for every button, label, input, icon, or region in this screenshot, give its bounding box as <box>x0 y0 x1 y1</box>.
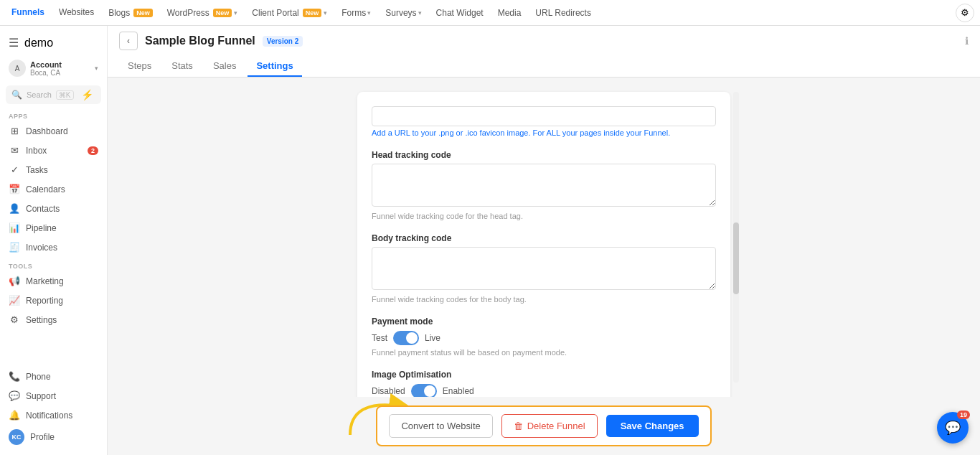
search-shortcut: ⌘K <box>56 90 74 100</box>
sidebar-item-phone[interactable]: 📞 Phone <box>0 367 107 386</box>
settings-content: Add a URL to your .png or .ico favicon i… <box>108 78 980 397</box>
contacts-label: Contacts <box>26 204 60 214</box>
favicon-group: Add a URL to your .png or .ico favicon i… <box>372 106 716 137</box>
head-tracking-label: Head tracking code <box>372 150 716 160</box>
sidebar-item-invoices[interactable]: 🧾 Invoices <box>0 238 107 257</box>
sidebar-item-calendars[interactable]: 📅 Calendars <box>0 179 107 199</box>
save-changes-button[interactable]: Save Changes <box>606 415 699 437</box>
nav-item-surveys[interactable]: Surveys ▾ <box>380 5 427 21</box>
body-tracking-textarea[interactable] <box>372 247 716 290</box>
tasks-label: Tasks <box>26 165 48 175</box>
payment-mode-group: Payment mode Test Live Funnel payment st… <box>372 316 716 357</box>
sidebar-item-support[interactable]: 💬 Support <box>0 386 107 405</box>
sidebar-logo: ☰ demo <box>0 32 107 57</box>
delete-funnel-button[interactable]: 🗑 Delete Funnel <box>501 414 598 438</box>
sidebar-item-contacts[interactable]: 👤 Contacts <box>0 199 107 218</box>
reporting-label: Reporting <box>26 296 63 306</box>
action-bar-buttons: Convert to Website 🗑 Delete Funnel Save … <box>376 405 711 446</box>
sidebar-item-reporting[interactable]: 📈 Reporting <box>0 291 107 310</box>
trash-icon: 🗑 <box>514 421 523 431</box>
tab-steps[interactable]: Steps <box>119 56 160 77</box>
tools-section-label: Tools <box>0 257 107 271</box>
sidebar-item-notifications[interactable]: 🔔 Notifications <box>0 405 107 425</box>
account-name: Account <box>30 60 62 69</box>
funnel-info-icon[interactable]: ℹ <box>965 35 969 47</box>
nav-item-websites[interactable]: Websites <box>53 0 100 26</box>
profile-label: Profile <box>30 432 55 442</box>
reporting-icon: 📈 <box>9 295 20 306</box>
profile-avatar: KC <box>9 429 24 445</box>
scrollbar-track[interactable] <box>733 92 739 383</box>
sidebar-item-inbox[interactable]: ✉ Inbox 2 <box>0 141 107 160</box>
sidebar-item-profile[interactable]: KC Profile <box>0 425 107 449</box>
wordpress-chevron-icon: ▾ <box>234 9 237 17</box>
settings-label: Settings <box>26 315 57 325</box>
settings-panel: Add a URL to your .png or .ico favicon i… <box>357 92 730 397</box>
head-tracking-hint: Funnel wide tracking code for the head t… <box>372 212 716 220</box>
payment-mode-title: Payment mode <box>372 316 716 327</box>
sidebar: ☰ demo A Account Boca, CA ▾ 🔍 Search ⌘K … <box>0 26 108 455</box>
funnel-version-badge: Version 2 <box>263 36 303 47</box>
image-optimisation-toggle[interactable] <box>411 384 437 397</box>
surveys-chevron-icon: ▾ <box>418 9 422 17</box>
calendars-icon: 📅 <box>9 184 20 194</box>
account-sub: Boca, CA <box>30 69 62 77</box>
forms-chevron-icon: ▾ <box>367 9 371 17</box>
support-label: Support <box>26 391 56 401</box>
lightning-icon: ⚡ <box>81 89 93 100</box>
nav-item-funnels[interactable]: Funnels <box>6 0 50 26</box>
chat-widget-button[interactable]: 💬 19 <box>937 412 969 444</box>
back-button[interactable]: ‹ <box>119 32 138 50</box>
nav-item-chatwidget[interactable]: Chat Widget <box>430 5 489 21</box>
settings-icon: ⚙ <box>9 314 20 325</box>
tab-sales[interactable]: Sales <box>204 56 245 77</box>
tasks-icon: ✓ <box>9 164 20 175</box>
image-optimisation-group: Image Optimisation Disabled Enabled Imag… <box>372 370 716 397</box>
blogs-new-badge: New <box>133 9 153 17</box>
clientportal-chevron-icon: ▾ <box>324 9 327 17</box>
nav-item-blogs[interactable]: Blogs New <box>103 5 159 21</box>
top-nav-settings-icon[interactable]: ⚙ <box>956 4 974 22</box>
chat-icon: 💬 <box>945 420 961 436</box>
head-tracking-group: Head tracking code Funnel wide tracking … <box>372 150 716 220</box>
marketing-icon: 📢 <box>9 276 20 286</box>
nav-item-forms[interactable]: Forms ▾ <box>336 5 377 21</box>
notifications-icon: 🔔 <box>9 410 20 421</box>
contacts-icon: 👤 <box>9 203 20 214</box>
sidebar-item-dashboard[interactable]: ⊞ Dashboard <box>0 121 107 141</box>
nav-item-urlredirects[interactable]: URL Redirects <box>529 5 597 21</box>
nav-item-media[interactable]: Media <box>492 5 527 21</box>
hamburger-menu-icon[interactable]: ☰ <box>9 36 19 50</box>
dashboard-label: Dashboard <box>26 126 68 136</box>
account-avatar: A <box>9 60 26 77</box>
apps-section-label: Apps <box>0 107 107 121</box>
nav-item-clientportal[interactable]: Client Portal New ▾ <box>246 5 333 21</box>
invoices-label: Invoices <box>26 243 57 253</box>
sidebar-item-tasks[interactable]: ✓ Tasks <box>0 160 107 179</box>
convert-to-website-button[interactable]: Convert to Website <box>389 414 492 438</box>
image-enabled-label: Enabled <box>443 386 474 396</box>
favicon-hint: Add a URL to your .png or .ico favicon i… <box>372 128 716 137</box>
tab-settings[interactable]: Settings <box>248 56 301 77</box>
logo-text: demo <box>24 37 53 50</box>
marketing-label: Marketing <box>26 276 64 286</box>
account-selector[interactable]: A Account Boca, CA ▾ <box>0 57 107 83</box>
search-icon: 🔍 <box>11 90 22 100</box>
funnel-title: Sample Blog Funnel <box>145 34 255 47</box>
content-area: ‹ Sample Blog Funnel Version 2 ℹ Steps S… <box>108 26 980 455</box>
inbox-icon: ✉ <box>9 145 20 156</box>
action-bar: Convert to Website 🗑 Delete Funnel Save … <box>108 397 980 455</box>
search-bar[interactable]: 🔍 Search ⌘K ⚡ <box>6 85 101 104</box>
payment-live-label: Live <box>425 333 440 343</box>
sidebar-item-marketing[interactable]: 📢 Marketing <box>0 271 107 291</box>
favicon-input[interactable] <box>372 106 716 126</box>
sidebar-item-pipeline[interactable]: 📊 Pipeline <box>0 218 107 238</box>
tab-stats[interactable]: Stats <box>163 56 202 77</box>
payment-mode-toggle[interactable] <box>393 331 419 345</box>
nav-item-wordpress[interactable]: WordPress New ▾ <box>161 5 244 21</box>
head-tracking-textarea[interactable] <box>372 164 716 207</box>
payment-test-label: Test <box>372 333 387 343</box>
dashboard-icon: ⊞ <box>9 126 20 136</box>
sidebar-item-settings[interactable]: ⚙ Settings <box>0 310 107 329</box>
phone-icon: 📞 <box>9 371 20 382</box>
